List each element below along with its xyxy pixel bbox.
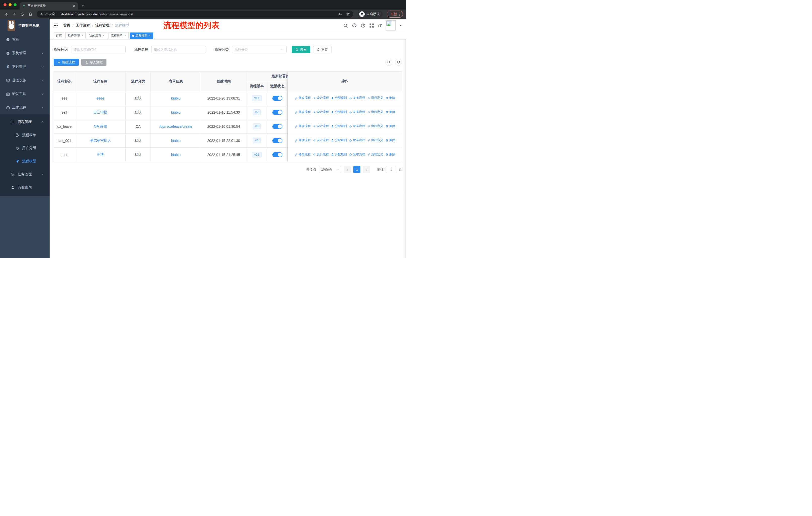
key-icon[interactable] [338, 12, 342, 16]
action-assign-rule-link[interactable]: 分配规则 [331, 153, 347, 157]
action-definition-link[interactable]: 流程定义 [367, 153, 383, 157]
active-toggle[interactable] [272, 96, 283, 101]
menu-collapse-icon[interactable] [54, 23, 59, 28]
sidebar-item-process-form[interactable]: 流程表单 [0, 129, 50, 142]
action-edit-link[interactable]: 修改流程 [295, 110, 311, 114]
tag-my-process[interactable]: 我的流程✕ [87, 32, 107, 39]
action-assign-rule-link[interactable]: 分配规则 [331, 96, 347, 100]
tag-home[interactable]: 首页 [54, 32, 64, 39]
action-design-link[interactable]: 设计流程 [313, 138, 329, 142]
process-name-link[interactable]: OA 请假 [94, 124, 107, 129]
action-publish-link[interactable]: 发布流程 [349, 153, 365, 157]
caret-down-icon[interactable] [400, 25, 402, 26]
font-size-icon[interactable]: TT [378, 23, 382, 28]
sidebar-item-system[interactable]: 系统管理 [0, 46, 50, 60]
import-process-button[interactable]: 导入流程 [81, 59, 107, 66]
security-warning-icon[interactable] [40, 12, 43, 16]
action-delete-link[interactable]: 删除 [385, 124, 395, 128]
minimize-window-button[interactable] [8, 3, 11, 6]
action-assign-rule-link[interactable]: 分配规则 [331, 110, 347, 114]
refresh-table-button[interactable] [395, 59, 402, 66]
sidebar-item-payment[interactable]: ¥ 支付管理 [0, 60, 50, 74]
more-menu-icon[interactable] [400, 12, 400, 16]
tab-close-icon[interactable]: ✕ [73, 4, 76, 8]
process-category-select[interactable]: 流程分类 [232, 46, 287, 53]
sidebar-logo[interactable]: 芋道管理系统 [0, 19, 50, 33]
active-toggle[interactable] [272, 110, 283, 115]
process-id-input[interactable] [71, 46, 125, 53]
prev-page-button[interactable] [344, 166, 351, 173]
action-edit-link[interactable]: 修改流程 [295, 153, 311, 157]
action-assign-rule-link[interactable]: 分配规则 [331, 138, 347, 142]
action-design-link[interactable]: 设计流程 [313, 124, 329, 128]
reset-button[interactable]: 重置 [313, 46, 331, 53]
maximize-window-button[interactable] [13, 3, 17, 6]
avatar[interactable] [386, 20, 396, 30]
action-edit-link[interactable]: 修改流程 [295, 96, 311, 100]
tag-process-model[interactable]: 流程模型✕ [130, 32, 153, 39]
form-info-link[interactable]: biubiu [171, 96, 180, 100]
tag-tenant-management[interactable]: 租户管理✕ [65, 32, 86, 39]
action-publish-link[interactable]: 发布流程 [349, 110, 365, 114]
breadcrumb-home[interactable]: 首页 [63, 23, 70, 28]
back-icon[interactable] [3, 11, 9, 18]
process-name-link[interactable]: 测试多审批人 [90, 138, 111, 143]
new-tab-button[interactable]: + [82, 3, 84, 8]
breadcrumb-workflow[interactable]: 工作流程 [76, 23, 90, 28]
sidebar-item-infrastructure[interactable]: 基础设施 [0, 74, 50, 87]
action-design-link[interactable]: 设计流程 [313, 96, 329, 100]
active-toggle[interactable] [272, 124, 283, 129]
search-icon[interactable] [343, 23, 348, 28]
active-toggle[interactable] [272, 138, 283, 143]
sidebar-item-home[interactable]: 首页 [0, 33, 50, 46]
form-info-link[interactable]: /bpm/oa/leave/create [159, 125, 192, 129]
help-icon[interactable] [361, 23, 366, 28]
close-icon[interactable]: ✕ [124, 34, 126, 37]
process-name-link[interactable]: eeee [96, 96, 104, 100]
active-toggle[interactable] [272, 152, 283, 157]
fullscreen-icon[interactable] [369, 23, 374, 28]
form-info-link[interactable]: biubiu [171, 139, 180, 143]
action-edit-link[interactable]: 修改流程 [295, 124, 311, 128]
form-info-link[interactable]: biubiu [171, 110, 180, 114]
close-icon[interactable]: ✕ [149, 34, 151, 37]
search-button[interactable]: 搜索 [292, 46, 310, 53]
action-design-link[interactable]: 设计流程 [313, 153, 329, 157]
action-delete-link[interactable]: 删除 [385, 138, 395, 142]
action-delete-link[interactable]: 删除 [385, 110, 395, 114]
sidebar-item-dev-tools[interactable]: 研发工具 [0, 87, 50, 101]
action-design-link[interactable]: 设计流程 [313, 110, 329, 114]
sidebar-item-task-management[interactable]: 任务管理 [0, 168, 50, 181]
sidebar-item-user-group[interactable]: 用户分组 [0, 142, 50, 155]
sidebar-item-leave-query[interactable]: 请假查询 [0, 181, 50, 194]
action-definition-link[interactable]: 流程定义 [367, 124, 383, 128]
star-icon[interactable] [346, 12, 350, 16]
update-button[interactable]: 更新 [387, 10, 403, 18]
forward-icon[interactable] [11, 11, 18, 18]
close-icon[interactable]: ✕ [103, 34, 105, 37]
goto-page-input[interactable] [386, 166, 396, 173]
process-name-link[interactable]: 自己审批 [93, 110, 108, 115]
url-bar[interactable]: 不安全 | dashboard.yudao.iocoder.cn/bpm/man… [37, 10, 353, 18]
sidebar-item-workflow[interactable]: 工作流程 [0, 101, 50, 114]
action-publish-link[interactable]: 发布流程 [349, 124, 365, 128]
sidebar-item-process-model[interactable]: 流程模型 [0, 155, 50, 168]
tag-process-form[interactable]: 流程表单✕ [108, 32, 128, 39]
browser-tab[interactable]: 芋道管理系统 ✕ [20, 2, 78, 9]
toggle-search-button[interactable] [385, 59, 393, 66]
process-name-input[interactable] [151, 46, 206, 53]
github-icon[interactable] [352, 23, 357, 28]
page-size-select[interactable]: 10条/页 [319, 166, 341, 173]
page-number-current[interactable]: 1 [353, 166, 360, 173]
process-name-link[interactable]: 滔博 [97, 153, 104, 157]
create-process-button[interactable]: 新建流程 [54, 59, 79, 66]
action-assign-rule-link[interactable]: 分配规则 [331, 124, 347, 128]
sidebar-item-process-management[interactable]: 流程管理 [0, 115, 50, 129]
action-definition-link[interactable]: 流程定义 [367, 110, 383, 114]
home-icon[interactable] [27, 11, 34, 18]
breadcrumb-process-management[interactable]: 流程管理 [95, 23, 110, 28]
action-delete-link[interactable]: 删除 [385, 96, 395, 100]
action-edit-link[interactable]: 修改流程 [295, 138, 311, 142]
next-page-button[interactable] [363, 166, 370, 173]
close-icon[interactable]: ✕ [81, 34, 83, 37]
